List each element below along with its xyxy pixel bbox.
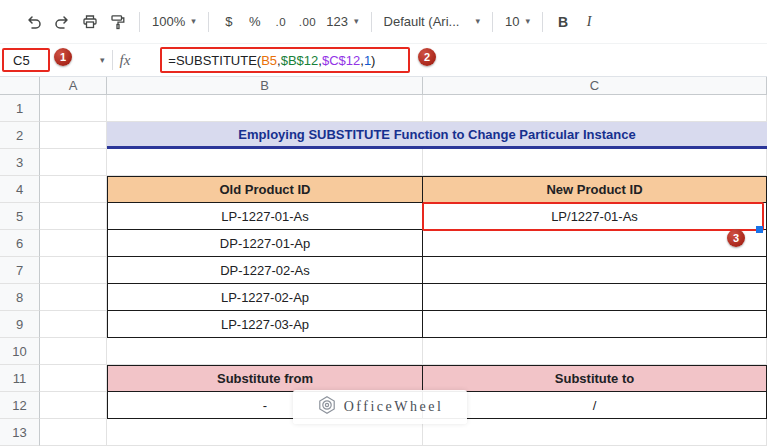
- cell-A9[interactable]: [40, 311, 107, 338]
- more-formats-button[interactable]: 123 ▾: [321, 8, 363, 36]
- italic-button[interactable]: I: [576, 8, 602, 36]
- formula-ref-b5: B5: [261, 53, 277, 68]
- cell-A5[interactable]: [40, 203, 107, 230]
- cell-B10[interactable]: [107, 338, 423, 365]
- row-header-4[interactable]: 4: [0, 176, 40, 203]
- cell-C7[interactable]: [423, 257, 767, 284]
- cell-B5[interactable]: LP-1227-01-As: [107, 203, 423, 230]
- cell-C6[interactable]: [423, 230, 767, 257]
- cell-C13[interactable]: [423, 419, 767, 446]
- cell-B6[interactable]: DP-1227-01-Ap: [107, 230, 423, 257]
- row-header-11[interactable]: 11: [0, 365, 40, 392]
- formula-close-paren: ): [371, 53, 375, 68]
- toolbar-divider: [139, 12, 140, 32]
- row-header-2[interactable]: 2: [0, 122, 40, 149]
- zoom-select[interactable]: 100% ▾: [147, 8, 201, 36]
- row-header-8[interactable]: 8: [0, 284, 40, 311]
- annotation-badge-2: 2: [418, 48, 436, 66]
- redo-icon: [53, 13, 71, 31]
- more-formats-label: 123: [326, 14, 348, 29]
- cell-A7[interactable]: [40, 257, 107, 284]
- cell-C4[interactable]: New Product ID: [423, 176, 767, 203]
- cell-A3[interactable]: [40, 149, 107, 176]
- chevron-down-icon: ▾: [526, 17, 531, 26]
- cell-B4[interactable]: Old Product ID: [107, 176, 423, 203]
- formula-bar: C5 ▾ fx =SUBSTITUTE(B5,$B$12,$C$12,1): [0, 44, 767, 77]
- cell-A1[interactable]: [40, 95, 107, 122]
- cell-A2[interactable]: [40, 122, 107, 149]
- select-all-corner[interactable]: [0, 77, 40, 95]
- zoom-value: 100%: [152, 14, 185, 29]
- watermark-text: OfficeWheel: [344, 399, 444, 415]
- font-size-value: 10: [505, 14, 519, 29]
- decrease-decimal-button[interactable]: .0: [268, 8, 294, 36]
- column-header-C[interactable]: C: [423, 77, 767, 95]
- formula-ref-c12: $C$12: [322, 53, 360, 68]
- font-size-select[interactable]: 10 ▾: [500, 8, 535, 36]
- formula-ref-b12: $B$12: [281, 53, 319, 68]
- cell-C10[interactable]: [423, 338, 767, 365]
- cell-A6[interactable]: [40, 230, 107, 257]
- cell-B11[interactable]: Substitute from: [107, 365, 423, 392]
- row-header-9[interactable]: 9: [0, 311, 40, 338]
- cell-A10[interactable]: [40, 338, 107, 365]
- cell-B3[interactable]: [107, 149, 423, 176]
- annotation-badge-3: 3: [727, 229, 745, 247]
- officewheel-watermark: OfficeWheel: [293, 390, 467, 424]
- print-icon: [81, 13, 99, 31]
- chevron-down-icon: ▾: [354, 17, 359, 26]
- toolbar-divider: [492, 12, 493, 32]
- officewheel-logo-icon: [317, 395, 337, 419]
- column-header-B[interactable]: B: [107, 77, 423, 95]
- print-button[interactable]: [76, 8, 104, 36]
- cell-A8[interactable]: [40, 284, 107, 311]
- cell-B2-title[interactable]: Employing SUBSTITUTE Function to Change …: [107, 122, 767, 149]
- cell-A4[interactable]: [40, 176, 107, 203]
- row-header-5[interactable]: 5: [0, 203, 40, 230]
- format-currency-button[interactable]: $: [216, 8, 242, 36]
- row-header-6[interactable]: 6: [0, 230, 40, 257]
- cell-C11[interactable]: Substitute to: [423, 365, 767, 392]
- bold-button[interactable]: B: [550, 8, 576, 36]
- undo-icon: [25, 13, 43, 31]
- formula-input[interactable]: =SUBSTITUTE(B5,$B$12,$C$12,1): [160, 47, 410, 73]
- cell-B7[interactable]: DP-1227-02-As: [107, 257, 423, 284]
- cell-A13[interactable]: [40, 419, 107, 446]
- row-header-13[interactable]: 13: [0, 419, 40, 446]
- cell-A11[interactable]: [40, 365, 107, 392]
- chevron-down-icon: ▾: [191, 17, 196, 26]
- font-family-value: Default (Ari...: [384, 14, 470, 29]
- row-header-10[interactable]: 10: [0, 338, 40, 365]
- cell-B1[interactable]: [107, 95, 423, 122]
- row-header-12[interactable]: 12: [0, 392, 40, 419]
- chevron-down-icon: ▾: [476, 17, 481, 26]
- cell-C8[interactable]: [423, 284, 767, 311]
- cell-B9[interactable]: LP-1227-03-Ap: [107, 311, 423, 338]
- cell-B8[interactable]: LP-1227-02-Ap: [107, 284, 423, 311]
- cell-A12[interactable]: [40, 392, 107, 419]
- format-percent-button[interactable]: %: [242, 8, 268, 36]
- formula-function: =SUBSTITUTE(: [168, 53, 261, 68]
- toolbar-divider: [208, 12, 209, 32]
- fx-icon: fx: [120, 52, 131, 69]
- font-family-select[interactable]: Default (Ari... ▾: [379, 8, 486, 36]
- row-header-3[interactable]: 3: [0, 149, 40, 176]
- paint-format-icon: [109, 13, 127, 31]
- undo-button[interactable]: [20, 8, 48, 36]
- cell-C1[interactable]: [423, 95, 767, 122]
- row-header-7[interactable]: 7: [0, 257, 40, 284]
- cell-C3[interactable]: [423, 149, 767, 176]
- increase-decimal-button[interactable]: .00: [294, 8, 322, 36]
- toolbar: 100% ▾ $ % .0 .00 123 ▾ Default (Ari... …: [0, 0, 767, 44]
- name-box-chevron-icon[interactable]: ▾: [100, 56, 105, 65]
- toolbar-divider: [371, 12, 372, 32]
- name-box[interactable]: C5: [2, 48, 50, 72]
- paint-format-button[interactable]: [104, 8, 132, 36]
- fill-handle[interactable]: [756, 226, 763, 233]
- redo-button[interactable]: [48, 8, 76, 36]
- cell-C9[interactable]: [423, 311, 767, 338]
- column-header-A[interactable]: A: [40, 77, 107, 95]
- cell-C12[interactable]: /: [423, 392, 767, 419]
- row-header-1[interactable]: 1: [0, 95, 40, 122]
- cell-C5-active[interactable]: LP/1227-01-As: [423, 203, 767, 230]
